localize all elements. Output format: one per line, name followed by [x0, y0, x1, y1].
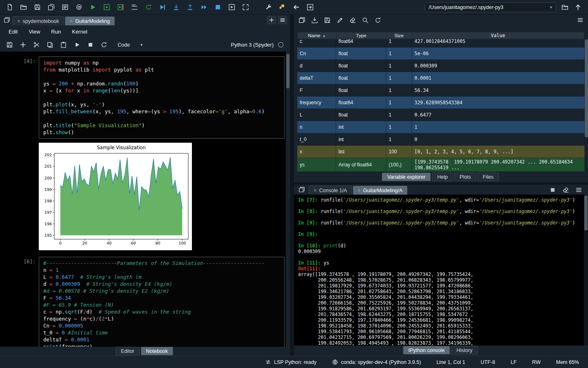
close-tab-icon[interactable]: × [358, 188, 361, 193]
variable-type-cell[interactable]: float64 [336, 96, 386, 109]
add-cell-button[interactable] [18, 40, 28, 50]
menu-run[interactable]: Run [51, 29, 61, 35]
variable-size-cell[interactable]: 1 [386, 109, 412, 121]
run-cell-notebook-button[interactable] [71, 40, 82, 50]
variable-type-cell[interactable]: int [336, 121, 386, 133]
notebook-options-menu-button[interactable] [278, 16, 287, 24]
tab-notebook[interactable]: Notebook [141, 347, 174, 355]
variable-type-cell[interactable]: int [336, 133, 386, 146]
chevron-down-icon[interactable]: ▾ [550, 5, 552, 9]
restart-kernel-button[interactable] [98, 40, 109, 50]
variable-row-frequency[interactable]: frequencyfloat641329.6289058543384 [297, 96, 585, 109]
variable-row-t-0[interactable]: t_0int10 [297, 133, 585, 146]
variable-size-cell[interactable]: 1 [386, 84, 412, 96]
new-file-button[interactable] [4, 2, 15, 13]
variable-size-cell[interactable]: 1 [386, 96, 412, 109]
variable-type-cell[interactable]: float [336, 72, 386, 84]
go-back-button[interactable] [291, 2, 301, 13]
variable-explorer-options-menu-button[interactable] [575, 15, 586, 25]
vertical-splitter[interactable] [290, 15, 294, 356]
variable-row-l[interactable]: Lfloat10.6477 [297, 109, 585, 121]
search-variables-button[interactable] [360, 15, 370, 25]
variable-value-cell[interactable]: 0.6477 [412, 109, 585, 121]
save-data-as-button[interactable] [334, 15, 345, 25]
step-into-button[interactable] [171, 2, 181, 13]
close-tab-icon[interactable]: × [314, 188, 317, 193]
code-cell-4[interactable]: import numpy as npfrom matplotlib import… [39, 56, 285, 139]
tab-help[interactable]: Help [432, 173, 453, 181]
cursor-position-status[interactable]: Line 1, Col 1 [437, 359, 465, 365]
maximize-pane-button[interactable] [240, 2, 251, 13]
go-forward-button[interactable] [305, 2, 315, 13]
variable-type-cell[interactable]: float64 [336, 39, 386, 47]
run-cell-button[interactable] [101, 2, 112, 13]
variable-type-cell[interactable]: float [336, 84, 386, 96]
scrollbar-thumb[interactable] [286, 54, 290, 88]
tab-ipython-console[interactable]: IPython console [403, 346, 450, 355]
tools-button[interactable] [263, 2, 274, 13]
variable-value-cell[interactable]: 0.000309 [412, 60, 585, 72]
console-output[interactable]: In [7]: runfile('/Users/juanitagomez/.sp… [294, 195, 584, 346]
variable-row-x[interactable]: xlist100[0, 1, 2, 3, 4, 5, 6, 7, 8, 9, .… [297, 146, 585, 158]
variable-name-cell[interactable]: L [297, 109, 336, 121]
encoding-status[interactable]: UTF-8 [481, 359, 495, 365]
variable-name-cell[interactable]: x [297, 146, 336, 158]
variable-name-cell[interactable]: Cn [297, 47, 336, 60]
variable-name-cell[interactable]: ys [297, 158, 336, 172]
debug-file-button[interactable] [157, 2, 167, 13]
variable-row-ys[interactable]: ysArray of float64(100,)[199.3743578 199… [297, 158, 585, 172]
variable-type-cell[interactable]: float [336, 60, 386, 72]
variable-row-f[interactable]: Ffloat156.34 [297, 84, 585, 96]
open-file-button[interactable] [18, 2, 29, 13]
variable-name-cell[interactable]: d [297, 60, 336, 72]
code-cell-6[interactable]: #-----------------------Parameters of th… [39, 257, 285, 347]
menu-kernel[interactable]: Kernel [72, 29, 87, 35]
variable-type-cell[interactable]: Array of float64 [336, 158, 386, 172]
variable-row-cn[interactable]: Cnfloat15e-06 [297, 47, 585, 60]
browse-tabs-button[interactable] [296, 184, 307, 195]
variable-type-cell[interactable]: float [336, 47, 386, 60]
variable-explorer-scrollbar[interactable] [585, 32, 588, 172]
new-notebook-button[interactable] [267, 16, 276, 24]
tab-spydernotebook[interactable]: ×spydernotebook [12, 16, 64, 25]
variable-row-c[interactable]: cfloat641427.00128464371005 [297, 39, 585, 47]
console-options-menu-button[interactable] [573, 184, 584, 195]
scrollbar-thumb[interactable] [584, 195, 588, 231]
variable-size-cell[interactable]: 1 [386, 72, 412, 84]
variable-size-cell[interactable]: 1 [386, 121, 412, 133]
variable-name-cell[interactable]: c [297, 39, 336, 47]
column-header-size[interactable]: Size [386, 32, 412, 39]
variable-value-cell[interactable]: 0 [412, 133, 585, 146]
remove-variables-button[interactable] [347, 15, 358, 25]
run-file-button[interactable] [87, 2, 98, 13]
cell-type-select[interactable]: Code ▾ [118, 42, 143, 48]
variable-size-cell[interactable]: 1 [386, 39, 412, 47]
variable-value-cell[interactable]: 56.34 [412, 84, 585, 96]
variable-value-cell[interactable]: 5e-06 [412, 47, 585, 60]
variable-name-cell[interactable]: n [297, 121, 336, 133]
notebook-scrollbar[interactable] [286, 52, 290, 347]
open-working-directory-button[interactable] [559, 2, 570, 13]
pythonpath-manager-button[interactable] [277, 2, 287, 13]
tab-variable-explorer[interactable]: Variable explorer [382, 173, 431, 181]
variable-name-cell[interactable]: F [297, 84, 336, 96]
variable-row-deltat[interactable]: deltaTfloat10.0001 [297, 72, 585, 84]
copy-cells-button[interactable] [45, 40, 55, 50]
working-directory-combobox[interactable]: /Users/juanitagomez/.spyder-py3 ▾ [425, 2, 556, 12]
scrollbar-thumb[interactable] [585, 39, 588, 137]
symbol-finder-button[interactable]: @ [74, 2, 84, 13]
column-header-value[interactable]: Value [412, 32, 584, 39]
variable-name-cell[interactable]: deltaT [297, 72, 336, 84]
run-selection-button[interactable] [129, 2, 140, 13]
column-header-name[interactable]: Name▲ [298, 32, 336, 39]
variable-value-cell[interactable]: [0, 1, 2, 3, 4, 5, 6, 7, 8, 9, ...] [412, 146, 585, 158]
import-data-button[interactable] [309, 15, 320, 25]
save-notebook-button[interactable] [4, 40, 15, 50]
conda-status[interactable]: conda: spyder-dev-4 (Python 3.9.5) [332, 359, 421, 365]
variable-size-cell[interactable]: 1 [386, 47, 412, 60]
browse-tabs-button[interactable] [296, 15, 307, 25]
tab-plots[interactable]: Plots [454, 173, 477, 181]
permissions-status[interactable]: RW [532, 359, 541, 365]
interrupt-kernel-button[interactable] [547, 184, 558, 195]
run-cell-advance-button[interactable] [115, 2, 126, 13]
